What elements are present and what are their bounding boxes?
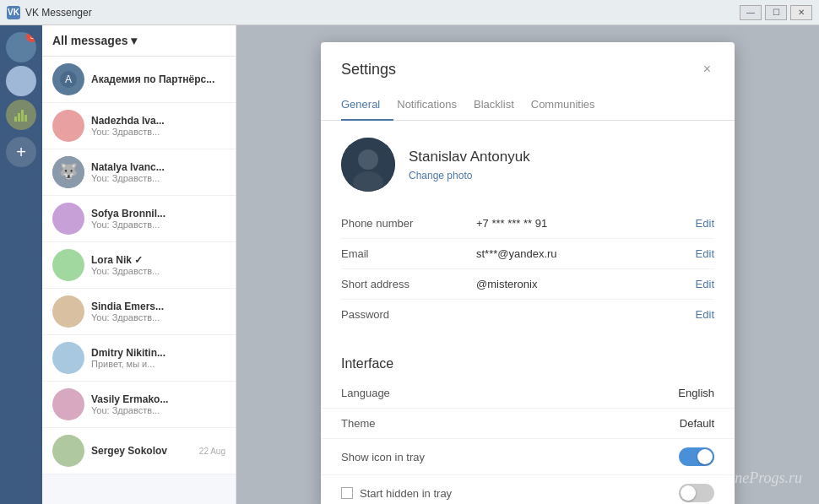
list-item[interactable]: Dmitry Nikitin... Привет, мы и... (42, 335, 236, 382)
language-label: Language (341, 387, 678, 399)
message-name: Sofya Bronnil... (91, 208, 225, 219)
interface-heading: Interface (321, 343, 735, 378)
minimize-button[interactable]: — (740, 5, 762, 20)
window-controls: — ☐ ✕ (740, 5, 812, 20)
dialog-header: Settings × (321, 42, 735, 79)
tab-communities[interactable]: Communities (531, 89, 609, 121)
message-info: Natalya Ivanc... You: Здравств... (91, 161, 225, 183)
password-edit[interactable]: Edit (696, 308, 714, 321)
profile-section: Stanislav Antonyuk Change photo (321, 121, 735, 209)
tray-icon-toggle[interactable] (679, 447, 714, 466)
avatar (52, 342, 84, 374)
sidebar-add-button[interactable]: + (6, 137, 36, 167)
password-label: Password (341, 308, 476, 321)
settings-row-password: Password Edit (341, 300, 714, 329)
list-item[interactable]: Sergey Sokolov 22 Aug (42, 428, 236, 474)
message-name: Natalya Ivanc... (91, 161, 225, 173)
address-value: @misteronix (476, 278, 696, 290)
list-item[interactable]: А Академия по Партнёрс... (42, 57, 236, 103)
dialog-title: Settings (341, 61, 396, 79)
message-info: Sofya Bronnil... You: Здравств... (91, 208, 225, 230)
profile-avatar-image (341, 138, 395, 192)
profile-avatar[interactable] (341, 138, 395, 192)
profile-info: Stanislav Antonyuk Change photo (409, 149, 530, 182)
settings-row-address: Short address @misteronix Edit (341, 269, 714, 300)
avatar (52, 110, 84, 142)
start-hidden-checkbox[interactable] (341, 487, 353, 499)
message-name: Sindia Emers... (91, 301, 225, 312)
avatar: 🐺 (52, 156, 84, 188)
tab-notifications[interactable]: Notifications (397, 89, 470, 121)
avatar (52, 249, 84, 281)
avatar (52, 435, 84, 467)
start-hidden-row: Start hidden in tray (321, 475, 735, 504)
list-item[interactable]: Lora Nik ✓ You: Здравств... (42, 242, 236, 289)
message-preview: You: Здравств... (91, 219, 225, 230)
svg-rect-2 (21, 110, 24, 122)
list-item[interactable]: Nadezhda Iva... You: Здравств... (42, 103, 236, 149)
message-preview: You: Здравств... (91, 266, 225, 276)
change-photo-link[interactable]: Change photo (409, 170, 472, 182)
interface-row-tray-icon: Show icon in tray (321, 439, 735, 475)
message-info: Sindia Emers... You: Здравств... (91, 301, 225, 322)
theme-value[interactable]: Default (680, 417, 714, 430)
interface-row-theme: Theme Default (321, 409, 735, 439)
app-icon: VK (7, 6, 20, 19)
message-name: Академия по Партнёрс... (91, 73, 225, 85)
svg-rect-3 (24, 115, 27, 122)
close-button[interactable]: ✕ (790, 5, 812, 20)
message-preview: You: Здравств... (91, 127, 225, 137)
app-body: 3 + All messages ▾ А Академия по (0, 25, 819, 504)
message-info: Dmitry Nikitin... Привет, мы и... (91, 347, 225, 369)
message-name: Nadezhda Iva... (91, 115, 225, 127)
start-hidden-label: Start hidden in tray (360, 487, 672, 500)
sidebar-icons: 3 + (0, 25, 42, 504)
message-name: Lora Nik ✓ (91, 254, 225, 266)
sidebar-icon-1[interactable] (6, 66, 36, 96)
profile-name: Stanislav Antonyuk (409, 149, 530, 165)
phone-edit[interactable]: Edit (696, 217, 714, 230)
svg-text:А: А (65, 73, 72, 85)
dialog-close-button[interactable]: × (700, 59, 714, 79)
avatar: А (52, 63, 84, 95)
maximize-button[interactable]: ☐ (765, 5, 787, 20)
message-info: Nadezhda Iva... You: Здравств... (91, 115, 225, 137)
address-edit[interactable]: Edit (696, 278, 714, 290)
svg-text:🐺: 🐺 (59, 162, 79, 181)
chart-icon (13, 106, 30, 123)
start-hidden-toggle[interactable] (679, 484, 714, 502)
list-item[interactable]: Vasily Ermako... You: Здравств... (42, 382, 236, 428)
message-preview: You: Здравств... (91, 405, 225, 415)
message-list-header[interactable]: All messages ▾ (42, 25, 236, 57)
message-preview: You: Здравств... (91, 312, 225, 322)
svg-rect-0 (14, 117, 17, 122)
wolf-avatar: 🐺 (52, 156, 84, 188)
email-edit[interactable]: Edit (696, 247, 714, 260)
language-value[interactable]: English (678, 387, 714, 399)
message-name: Dmitry Nikitin... (91, 347, 225, 359)
sidebar-avatar[interactable]: 3 (6, 32, 36, 62)
avatar (52, 203, 84, 235)
address-label: Short address (341, 278, 476, 290)
settings-fields: Phone number +7 *** *** ** 91 Edit Email… (321, 209, 735, 343)
tab-blacklist[interactable]: Blacklist (474, 89, 528, 121)
phone-value: +7 *** *** ** 91 (476, 217, 696, 230)
avatar (52, 388, 84, 420)
theme-label: Theme (341, 417, 680, 430)
avatar (52, 295, 84, 328)
message-info: Lora Nik ✓ You: Здравств... (91, 254, 225, 276)
toggle-knob (697, 449, 713, 464)
interface-row-language: Language English (321, 378, 735, 409)
settings-tabs: General Notifications Blacklist Communit… (321, 89, 735, 121)
tab-general[interactable]: General (341, 89, 393, 121)
avatar-badge: 3 (26, 32, 36, 42)
list-item[interactable]: Sindia Emers... You: Здравств... (42, 289, 236, 335)
sidebar-icon-2[interactable] (6, 100, 36, 130)
settings-dialog: Settings × General Notifications Blackli… (321, 42, 735, 504)
settings-row-email: Email st***@yandex.ru Edit (341, 239, 714, 269)
svg-rect-1 (18, 113, 20, 122)
list-item[interactable]: 🐺 Natalya Ivanc... You: Здравств... (42, 149, 236, 196)
list-item[interactable]: Sofya Bronnil... You: Здравств... (42, 196, 236, 242)
message-info: Vasily Ermako... You: Здравств... (91, 393, 225, 415)
message-name: Vasily Ermako... (91, 393, 225, 405)
